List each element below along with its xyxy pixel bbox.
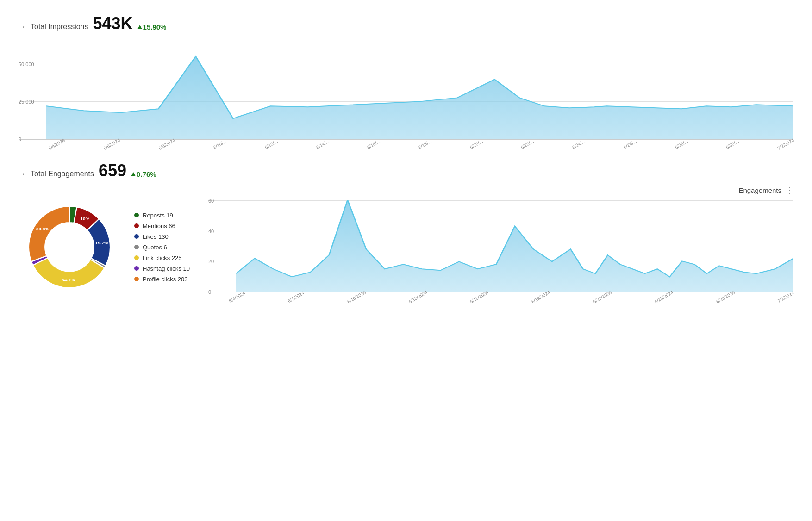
x-label: 6/10/... xyxy=(212,138,227,150)
x-label: 6/26/... xyxy=(623,138,637,150)
y-label-50k: 50,000 xyxy=(19,62,34,67)
impressions-chart-area: 0 25,000 50,000 xyxy=(19,38,793,140)
legend-item-reposts: Reposts 19 xyxy=(134,212,190,219)
svg-marker-5 xyxy=(236,200,793,292)
quotes-dot xyxy=(134,245,139,249)
engagements-label: Total Engagements xyxy=(31,170,94,178)
engagements-chart-area: 0 20 40 60 xyxy=(208,200,793,292)
mentions-dot xyxy=(134,223,139,228)
x-label: 6/30/... xyxy=(725,138,740,150)
engagements-chart-label: Engagements xyxy=(738,186,781,194)
donut-legend-row: .donut-seg { stroke: #fff; stroke-width:… xyxy=(19,194,190,300)
x-label: 6/28/... xyxy=(674,138,689,150)
x-label: 6/16/... xyxy=(366,138,381,150)
svg-text:34.1%: 34.1% xyxy=(62,277,75,282)
engagements-change-text: 0.76% xyxy=(137,170,156,178)
impressions-chart-container: 0 25,000 50,000 6/4/2024 6/6/2024 6/8/20… xyxy=(19,38,793,147)
hashtag-clicks-dot xyxy=(134,266,139,271)
impressions-value: 543K xyxy=(93,14,133,33)
engagements-up-icon xyxy=(131,172,136,176)
eng-y-0: 0 xyxy=(208,289,211,295)
more-options-icon[interactable]: ⋮ xyxy=(785,185,793,195)
link-clicks-dot xyxy=(134,255,139,260)
impressions-up-icon xyxy=(137,25,142,29)
x-label: 6/18/... xyxy=(418,138,432,150)
engagements-chart-header: Engagements ⋮ xyxy=(208,185,793,195)
quotes-label: Quotes 6 xyxy=(143,244,167,251)
svg-marker-0 xyxy=(46,56,793,139)
engagements-arrow: → xyxy=(19,170,26,178)
engagements-x-labels: 6/4/2024 6/7/2024 6/10/2024 6/13/2024 6/… xyxy=(208,295,793,300)
impressions-x-labels: 6/4/2024 6/6/2024 6/8/2024 6/10/... 6/12… xyxy=(19,142,793,147)
eng-y-20: 20 xyxy=(208,259,214,264)
legend-item-link-clicks: Link clicks 225 xyxy=(134,254,190,261)
legend-item-likes: Likes 130 xyxy=(134,233,190,240)
eng-y-60: 60 xyxy=(208,198,214,204)
engagements-change: 0.76% xyxy=(131,170,156,178)
x-label: 6/14/... xyxy=(315,138,330,150)
impressions-label: Total Impressions xyxy=(31,23,88,31)
impressions-svg xyxy=(46,38,793,139)
svg-text:10%: 10% xyxy=(81,216,90,221)
reposts-dot xyxy=(134,213,139,217)
x-label: 6/22/... xyxy=(520,138,535,150)
legend-item-quotes: Quotes 6 xyxy=(134,244,190,251)
hashtag-clicks-label: Hashtag clicks 10 xyxy=(143,265,190,272)
legend-item-hashtag-clicks: Hashtag clicks 10 xyxy=(134,265,190,272)
engagements-chart-panel: Engagements ⋮ 0 20 40 60 xyxy=(208,185,793,300)
mentions-label: Mentions 66 xyxy=(143,223,175,229)
x-label: 6/20/... xyxy=(469,138,484,150)
impressions-header: → Total Impressions 543K 15.90% xyxy=(19,14,793,33)
impressions-change-text: 15.90% xyxy=(143,23,167,31)
legend: Reposts 19 Mentions 66 Likes 130 Quotes … xyxy=(134,212,190,283)
link-clicks-label: Link clicks 225 xyxy=(143,254,182,261)
likes-label: Likes 130 xyxy=(143,233,169,240)
svg-text:19.7%: 19.7% xyxy=(95,240,108,245)
bottom-row: .donut-seg { stroke: #fff; stroke-width:… xyxy=(19,185,793,300)
reposts-label: Reposts 19 xyxy=(143,212,173,219)
x-label: 6/12/... xyxy=(264,138,279,150)
engagements-header: → Total Engagements 659 0.76% xyxy=(19,161,793,180)
legend-item-mentions: Mentions 66 xyxy=(134,223,190,229)
svg-text:30.8%: 30.8% xyxy=(36,226,49,231)
impressions-arrow: → xyxy=(19,23,26,31)
legend-item-profile-clicks: Profile clicks 203 xyxy=(134,276,190,283)
engagements-svg xyxy=(236,200,793,292)
donut-chart: .donut-seg { stroke: #fff; stroke-width:… xyxy=(19,196,120,298)
likes-dot xyxy=(134,234,139,239)
y-label-25k: 25,000 xyxy=(19,99,34,105)
profile-clicks-dot xyxy=(134,277,139,281)
eng-y-40: 40 xyxy=(208,229,214,234)
engagements-value: 659 xyxy=(99,161,126,180)
donut-svg-paths: 10%19.7%34.1%30.8% xyxy=(19,196,120,298)
x-label: 6/24/... xyxy=(571,138,586,150)
y-label-0: 0 xyxy=(19,136,21,142)
impressions-change: 15.90% xyxy=(137,23,167,31)
profile-clicks-label: Profile clicks 203 xyxy=(143,276,188,283)
